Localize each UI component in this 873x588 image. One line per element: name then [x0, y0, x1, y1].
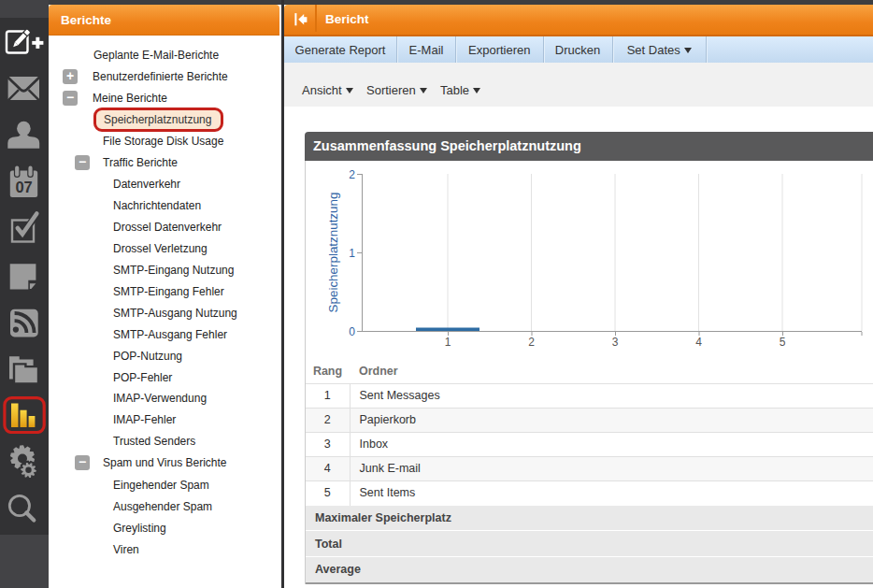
- svg-text:Speicherplatznutzung: Speicherplatznutzung: [326, 193, 340, 313]
- svg-text:3: 3: [612, 336, 619, 349]
- svg-text:1: 1: [445, 336, 451, 349]
- svg-text:1: 1: [349, 247, 355, 260]
- svg-text:07: 07: [15, 179, 32, 195]
- svg-text:2: 2: [528, 336, 535, 349]
- svg-text:5: 5: [780, 336, 786, 349]
- svg-text:2: 2: [349, 168, 355, 181]
- svg-text:0: 0: [349, 325, 355, 338]
- svg-text:4: 4: [695, 336, 702, 349]
